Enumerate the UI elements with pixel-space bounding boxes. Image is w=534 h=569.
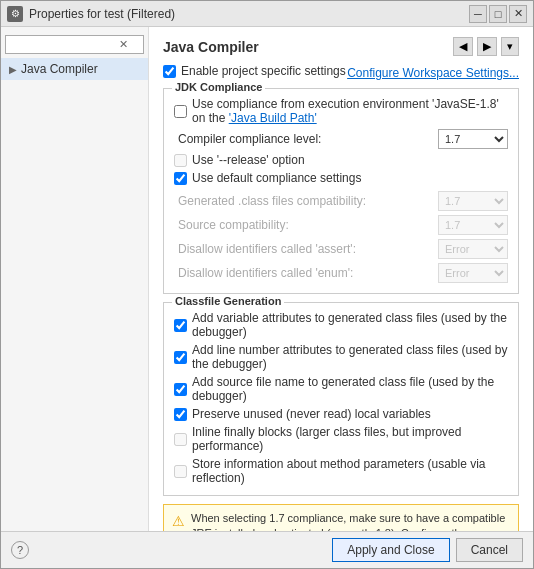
add-variable-row: Add variable attributes to generated cla… [174, 311, 508, 339]
store-params-checkbox[interactable] [174, 465, 187, 478]
sidebar-search-clear[interactable]: ✕ [116, 36, 131, 53]
disallow-assert-label: Disallow identifiers called 'assert': [174, 242, 438, 256]
source-compat-row: Source compatibility: 1.7 [174, 215, 508, 235]
properties-window: ⚙ Properties for test (Filtered) ─ □ ✕ ✕… [0, 0, 534, 569]
use-default-compliance-checkbox[interactable] [174, 172, 187, 185]
maximize-button[interactable]: □ [489, 5, 507, 23]
store-params-label: Store information about method parameter… [192, 457, 508, 485]
disallow-enum-label: Disallow identifiers called 'enum': [174, 266, 438, 280]
use-release-label: Use '--release' option [192, 153, 305, 167]
use-release-row: Use '--release' option [174, 153, 508, 167]
add-source-file-checkbox[interactable] [174, 383, 187, 396]
add-source-file-row: Add source file name to generated class … [174, 375, 508, 403]
preserve-unused-label: Preserve unused (never read) local varia… [192, 407, 431, 421]
jdk-compliance-title: JDK Compliance [172, 81, 265, 93]
use-exec-env-row: Use compliance from execution environmen… [174, 97, 508, 125]
window-icon: ⚙ [7, 6, 23, 22]
footer-left: ? [11, 541, 29, 559]
generated-class-select[interactable]: 1.7 [438, 191, 508, 211]
minimize-button[interactable]: ─ [469, 5, 487, 23]
sidebar: ✕ ▶ Java Compiler [1, 27, 149, 531]
panel-title: Java Compiler [163, 39, 449, 55]
sidebar-search-box[interactable]: ✕ [5, 35, 144, 54]
source-compat-label: Source compatibility: [174, 218, 438, 232]
sidebar-expand-arrow: ▶ [9, 64, 17, 75]
use-default-compliance-row: Use default compliance settings [174, 171, 508, 185]
title-bar: ⚙ Properties for test (Filtered) ─ □ ✕ [1, 1, 533, 27]
enable-project-settings-checkbox[interactable] [163, 65, 176, 78]
nav-dropdown-button[interactable]: ▾ [501, 37, 519, 56]
use-release-checkbox[interactable] [174, 154, 187, 167]
classfile-generation-group: Classfile Generation Add variable attrib… [163, 302, 519, 496]
main-content: ✕ ▶ Java Compiler Java Compiler ◀ ▶ ▾ En… [1, 27, 533, 531]
inline-finally-row: Inline finally blocks (larger class file… [174, 425, 508, 453]
sidebar-item-label: Java Compiler [21, 62, 98, 76]
add-source-file-label: Add source file name to generated class … [192, 375, 508, 403]
use-default-compliance-label: Use default compliance settings [192, 171, 361, 185]
apply-close-button[interactable]: Apply and Close [332, 538, 449, 562]
disallow-assert-row: Disallow identifiers called 'assert': Er… [174, 239, 508, 259]
sidebar-item-java-compiler[interactable]: ▶ Java Compiler [1, 58, 148, 80]
disallow-enum-row: Disallow identifiers called 'enum': Erro… [174, 263, 508, 283]
project-settings-header: Enable project specific settings Configu… [163, 64, 519, 82]
add-line-number-checkbox[interactable] [174, 351, 187, 364]
source-compat-select[interactable]: 1.7 [438, 215, 508, 235]
compiler-compliance-row: Compiler compliance level: 1.7 [174, 129, 508, 149]
java-build-path-link[interactable]: 'Java Build Path' [229, 111, 317, 125]
use-exec-env-checkbox-row: Use compliance from execution environmen… [174, 97, 508, 125]
classfile-title: Classfile Generation [172, 295, 284, 307]
warning-text: When selecting 1.7 compliance, make sure… [191, 511, 510, 531]
sidebar-search-input[interactable] [6, 37, 116, 53]
disallow-enum-select[interactable]: Error [438, 263, 508, 283]
disallow-assert-select[interactable]: Error [438, 239, 508, 259]
footer-buttons: Apply and Close Cancel [332, 538, 523, 562]
use-exec-env-label: Use compliance from execution environmen… [192, 97, 508, 125]
add-variable-label: Add variable attributes to generated cla… [192, 311, 508, 339]
compiler-compliance-label: Compiler compliance level: [174, 132, 438, 146]
window-title: Properties for test (Filtered) [29, 7, 175, 21]
warning-box: ⚠ When selecting 1.7 compliance, make su… [163, 504, 519, 531]
back-button[interactable]: ◀ [453, 37, 473, 56]
add-variable-checkbox[interactable] [174, 319, 187, 332]
generated-class-label: Generated .class files compatibility: [174, 194, 438, 208]
enable-project-settings-label: Enable project specific settings [181, 64, 346, 78]
preserve-unused-checkbox[interactable] [174, 408, 187, 421]
cancel-button[interactable]: Cancel [456, 538, 523, 562]
panel-toolbar: Java Compiler ◀ ▶ ▾ [163, 37, 519, 56]
inline-finally-checkbox[interactable] [174, 433, 187, 446]
preserve-unused-row: Preserve unused (never read) local varia… [174, 407, 508, 421]
settings-panel: Java Compiler ◀ ▶ ▾ Enable project speci… [149, 27, 533, 531]
store-params-row: Store information about method parameter… [174, 457, 508, 485]
jdk-compliance-group: JDK Compliance Use compliance from execu… [163, 88, 519, 294]
forward-button[interactable]: ▶ [477, 37, 497, 56]
footer: ? Apply and Close Cancel [1, 531, 533, 568]
warning-icon: ⚠ [172, 512, 185, 531]
help-button[interactable]: ? [11, 541, 29, 559]
add-line-number-row: Add line number attributes to generated … [174, 343, 508, 371]
configure-workspace-link[interactable]: Configure Workspace Settings... [347, 66, 519, 80]
inline-finally-label: Inline finally blocks (larger class file… [192, 425, 508, 453]
use-exec-env-checkbox[interactable] [174, 105, 187, 118]
compiler-compliance-select[interactable]: 1.7 [438, 129, 508, 149]
close-button[interactable]: ✕ [509, 5, 527, 23]
enable-project-settings-row: Enable project specific settings [163, 64, 346, 78]
title-bar-controls: ─ □ ✕ [469, 5, 527, 23]
generated-class-row: Generated .class files compatibility: 1.… [174, 191, 508, 211]
add-line-number-label: Add line number attributes to generated … [192, 343, 508, 371]
